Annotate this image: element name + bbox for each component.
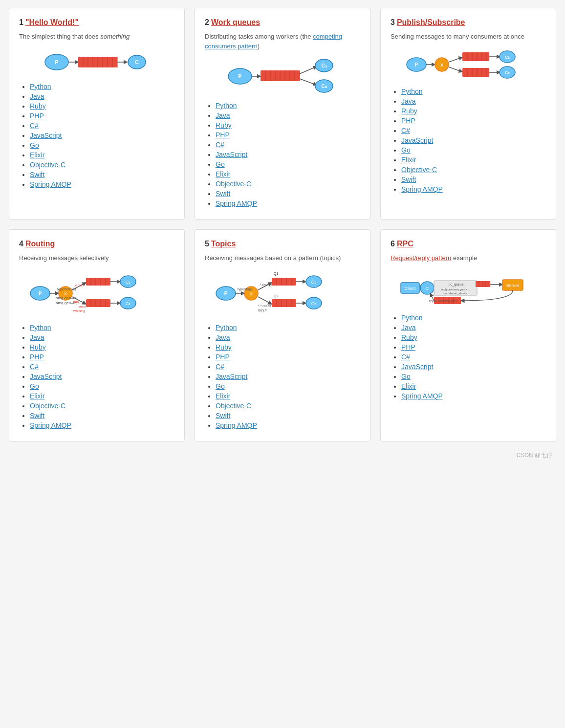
svg-text:C₁: C₁: [321, 63, 326, 68]
hello-diagram: P C: [43, 50, 151, 74]
lang-link-c#[interactable]: C#: [401, 127, 410, 134]
lang-link-python[interactable]: Python: [30, 83, 51, 90]
list-item: JavaScript: [30, 373, 174, 380]
lang-link-objective-c[interactable]: Objective-C: [216, 402, 251, 410]
lang-link-python[interactable]: Python: [401, 88, 423, 95]
lang-link-java[interactable]: Java: [216, 111, 230, 119]
lang-link-javascript[interactable]: JavaScript: [30, 373, 62, 380]
lang-link-spring-amqp[interactable]: Spring AMQP: [401, 392, 443, 400]
card-title-6[interactable]: RPC: [397, 240, 413, 248]
svg-text:C₂: C₂: [126, 301, 131, 306]
lang-link-objective-c[interactable]: Objective-C: [30, 402, 65, 410]
svg-text:C: C: [135, 59, 139, 65]
lang-link-ruby[interactable]: Ruby: [30, 343, 46, 351]
work-diagram: P C₁ C₂: [226, 57, 339, 96]
lang-link-elixir[interactable]: Elixir: [401, 156, 416, 164]
lang-link-spring-amqp[interactable]: Spring AMQP: [216, 199, 257, 207]
lang-link-go[interactable]: Go: [401, 373, 411, 380]
lang-link-javascript[interactable]: JavaScript: [401, 136, 433, 144]
lang-link-elixir[interactable]: Elixir: [216, 170, 230, 178]
lang-link-python[interactable]: Python: [216, 324, 237, 331]
lang-link-php[interactable]: PHP: [216, 131, 230, 139]
lang-link-go[interactable]: Go: [30, 382, 39, 390]
lang-link-java[interactable]: Java: [30, 333, 44, 341]
lang-link-elixir[interactable]: Elixir: [30, 151, 44, 159]
lang-link-c#[interactable]: C#: [216, 141, 224, 149]
lang-link-java[interactable]: Java: [30, 92, 44, 100]
lang-link-objective-c[interactable]: Objective-C: [216, 180, 251, 188]
svg-text:C₁: C₁: [505, 55, 510, 60]
list-item: Go: [30, 382, 174, 390]
lang-link-java[interactable]: Java: [401, 97, 416, 105]
lang-link-swift[interactable]: Swift: [30, 171, 44, 178]
card-title-2[interactable]: Work queues: [211, 18, 260, 26]
lang-link-objective-c[interactable]: Objective-C: [401, 166, 437, 174]
lang-link-spring-amqp[interactable]: Spring AMQP: [216, 421, 257, 429]
lang-link-elixir[interactable]: Elixir: [401, 382, 416, 390]
lang-link-spring-amqp[interactable]: Spring AMQP: [30, 421, 71, 429]
lang-link-php[interactable]: PHP: [30, 353, 44, 361]
card-title-1[interactable]: "Hello World!": [25, 18, 79, 26]
lang-link-javascript[interactable]: JavaScript: [216, 151, 247, 158]
lang-link-c#[interactable]: C#: [216, 363, 224, 371]
lang-link-c#[interactable]: C#: [401, 353, 410, 361]
card-5: 5TopicsReceiving messages based on a pat…: [195, 229, 370, 441]
list-item: Spring AMQP: [401, 185, 546, 193]
lang-link-objective-c[interactable]: Objective-C: [30, 161, 65, 169]
card-desc-2: Distributing tasks among workers (the co…: [205, 32, 360, 51]
lang-link-ruby[interactable]: Ruby: [401, 333, 417, 341]
svg-rect-39: [462, 52, 489, 61]
list-item: JavaScript: [216, 373, 360, 380]
list-item: Objective-C: [30, 161, 174, 169]
card-title-4[interactable]: Routing: [25, 240, 55, 248]
lang-link-python[interactable]: Python: [216, 102, 237, 110]
list-item: Python: [216, 324, 360, 331]
lang-link-php[interactable]: PHP: [216, 353, 230, 361]
svg-text:X: X: [440, 63, 443, 67]
lang-link-python[interactable]: Python: [30, 324, 51, 331]
card-title-5[interactable]: Topics: [211, 240, 236, 248]
lang-link-ruby[interactable]: Ruby: [216, 343, 232, 351]
lang-link-go[interactable]: Go: [216, 160, 225, 168]
lang-link-go[interactable]: Go: [30, 141, 39, 149]
lang-link-php[interactable]: PHP: [401, 117, 415, 125]
lang-link-ruby[interactable]: Ruby: [30, 102, 46, 110]
lang-link-swift[interactable]: Swift: [216, 190, 230, 198]
lang-link-java[interactable]: Java: [216, 333, 230, 341]
lang-link-c#[interactable]: C#: [30, 363, 39, 371]
lang-link-spring-amqp[interactable]: Spring AMQP: [30, 180, 71, 188]
lang-link-php[interactable]: PHP: [401, 343, 415, 351]
svg-text:C₂: C₂: [505, 70, 510, 75]
list-item: Ruby: [216, 343, 360, 351]
lang-link-swift[interactable]: Swift: [216, 412, 230, 419]
lang-link-javascript[interactable]: JavaScript: [30, 132, 62, 139]
lang-link-c#[interactable]: C#: [30, 122, 39, 130]
card-desc-1: The simplest thing that does something: [19, 32, 174, 42]
lang-link-java[interactable]: Java: [401, 324, 416, 331]
lang-link-spring-amqp[interactable]: Spring AMQP: [401, 185, 443, 193]
list-item: Python: [401, 88, 546, 95]
svg-text:P: P: [224, 291, 228, 296]
rpc-request-reply-link[interactable]: Request/reply pattern: [391, 254, 451, 262]
card-num-4: 4: [19, 240, 23, 248]
lang-link-go[interactable]: Go: [401, 146, 411, 154]
lang-link-swift[interactable]: Swift: [30, 412, 44, 419]
lang-link-php[interactable]: PHP: [30, 112, 44, 120]
lang-link-elixir[interactable]: Elixir: [30, 392, 44, 400]
svg-text:reply_to=amq.gen-X...: reply_to=amq.gen-X...: [441, 288, 470, 291]
svg-text:C₁: C₁: [311, 280, 317, 285]
lang-link-ruby[interactable]: Ruby: [216, 121, 232, 129]
card-desc-4: Receiving messages selectively: [19, 253, 174, 263]
list-item: Spring AMQP: [401, 392, 546, 400]
lang-link-python[interactable]: Python: [401, 314, 423, 322]
lang-link-elixir[interactable]: Elixir: [216, 392, 230, 400]
competing-consumers-link[interactable]: competing consumers pattern: [205, 33, 342, 50]
card-title-3[interactable]: Publish/Subscribe: [397, 18, 465, 26]
lang-link-ruby[interactable]: Ruby: [401, 107, 417, 115]
svg-text:P: P: [415, 62, 418, 67]
svg-text:warning: warning: [73, 309, 86, 313]
lang-link-javascript[interactable]: JavaScript: [216, 373, 247, 380]
lang-link-javascript[interactable]: JavaScript: [401, 363, 433, 371]
lang-link-go[interactable]: Go: [216, 382, 225, 390]
lang-link-swift[interactable]: Swift: [401, 176, 416, 183]
